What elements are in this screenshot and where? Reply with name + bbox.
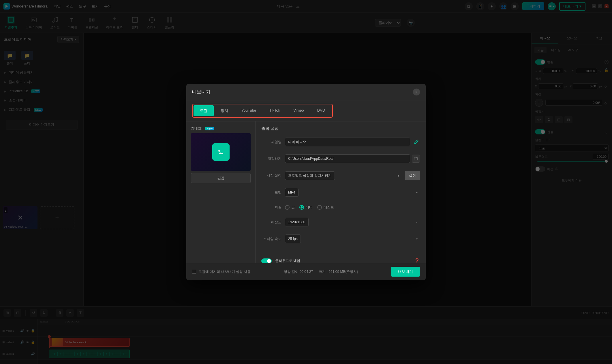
footer-left: 로컬에 마지막 내보내기 설정 사용 — [192, 269, 251, 274]
preset-arrow: ▾ — [398, 174, 399, 177]
last-settings-label: 로컬에 마지막 내보내기 설정 사용 — [198, 269, 251, 274]
resolution-row: 해상도 1920x1080 ▾ — [261, 218, 420, 226]
modal-header: 내보내기 × — [186, 84, 426, 100]
video-duration: 영상 길이:00:04:27 — [284, 269, 313, 274]
filename-input-wrapper — [285, 138, 420, 146]
modal-left: 썸네일: NEW — [186, 121, 256, 263]
cloud-backup-row: 클라우드로 백업 ❓ — [261, 258, 420, 263]
last-settings-checkbox[interactable] — [192, 270, 196, 274]
modal-overlay[interactable]: 내보내기 × 로컬 장치 YouTube TikTok Vimeo DVD 썸네… — [0, 0, 612, 364]
tab-local[interactable]: 로컬 — [194, 105, 214, 116]
thumbnail-text: 썸네일: — [191, 126, 202, 131]
radio-better-inner — [301, 206, 303, 209]
thumbnail-new-badge: NEW — [205, 127, 214, 130]
radio-best-outer — [317, 205, 322, 210]
framerate-row: 프레임 속도 25 fps ▾ — [261, 234, 420, 243]
filename-label: 파일명 — [261, 140, 281, 145]
format-select[interactable]: MP4 — [285, 188, 299, 197]
framerate-select-wrapper: 25 fps ▾ — [285, 234, 420, 243]
preset-label: 사전 설정 — [261, 173, 281, 178]
filename-row: 파일명 — [261, 138, 420, 146]
savepath-input[interactable] — [285, 154, 410, 163]
thumbnail-edit-btn[interactable]: 편집 — [191, 173, 251, 183]
resolution-select-wrapper: 1920x1080 ▾ — [285, 218, 420, 226]
ai-edit-icon[interactable] — [412, 138, 420, 146]
thumbnail-label: 썸네일: NEW — [191, 126, 251, 131]
radio-best-label: 베스트 — [324, 205, 334, 210]
svg-point-46 — [218, 150, 220, 152]
quality-label: 화질 — [261, 205, 281, 210]
modal-body: 썸네일: NEW — [186, 121, 426, 263]
quality-better[interactable]: 베터 — [299, 205, 313, 210]
preset-select-wrapper: 프로젝트 설정과 일치시키기 ▾ — [285, 171, 401, 180]
output-title: 출력 설정 — [261, 126, 420, 131]
quality-best[interactable]: 베스트 — [317, 205, 334, 210]
modal-right: 출력 설정 파일명 — [256, 121, 426, 263]
preset-settings-btn[interactable]: 설정 — [405, 171, 420, 180]
tab-vimeo[interactable]: Vimeo — [287, 105, 310, 116]
framerate-select[interactable]: 25 fps — [285, 234, 301, 243]
savepath-row: 저장하기 — [261, 154, 420, 163]
format-select-wrapper: MP4 ▾ — [285, 188, 420, 197]
quality-radio-group: 곳 베터 베스트 — [285, 205, 334, 210]
quality-row: 화질 곳 베터 — [261, 205, 420, 210]
format-label: 포맷 — [261, 190, 281, 195]
modal-close-button[interactable]: × — [413, 89, 420, 95]
thumb-content — [191, 133, 251, 171]
format-arrow: ▾ — [416, 191, 418, 194]
tabs-highlight-wrapper: 로컬 장치 YouTube TikTok Vimeo DVD — [192, 104, 333, 118]
filename-input[interactable] — [285, 138, 410, 146]
modal-tabs: 로컬 장치 YouTube TikTok Vimeo DVD — [186, 100, 426, 121]
resolution-select[interactable]: 1920x1080 — [285, 218, 309, 226]
thumb-icon-bg — [212, 143, 230, 161]
cloud-backup-knob — [267, 259, 271, 263]
thumbnail-section: 썸네일: NEW — [191, 126, 251, 183]
browse-folder-icon[interactable] — [412, 155, 420, 163]
radio-good-outer — [285, 205, 290, 210]
radio-better-label: 베터 — [306, 205, 313, 210]
resolution-arrow: ▾ — [416, 221, 418, 224]
modal-title: 내보내기 — [192, 89, 211, 95]
quality-good[interactable]: 곳 — [285, 205, 295, 210]
tab-device[interactable]: 장치 — [214, 105, 234, 116]
cloud-backup-help[interactable]: ❓ — [414, 258, 420, 263]
preset-row: 사전 설정 프로젝트 설정과 일치시키기 ▾ 설정 — [261, 171, 420, 180]
radio-better-outer — [299, 205, 304, 210]
resolution-label: 해상도 — [261, 220, 281, 225]
cloud-backup-label: 클라우드로 백업 — [275, 258, 411, 263]
radio-good-label: 곳 — [291, 205, 295, 210]
preset-select[interactable]: 프로젝트 설정과 일치시키기 — [285, 171, 335, 180]
video-size: 크기 : 261.09 MB(추정치) — [319, 269, 358, 274]
tab-dvd[interactable]: DVD — [311, 105, 331, 116]
savepath-label: 저장하기 — [261, 156, 281, 161]
tab-youtube[interactable]: YouTube — [235, 105, 262, 116]
savepath-input-wrapper — [285, 154, 420, 163]
export-modal: 내보내기 × 로컬 장치 YouTube TikTok Vimeo DVD 썸네… — [186, 84, 426, 280]
framerate-arrow: ▾ — [416, 237, 418, 241]
modal-footer: 로컬에 마지막 내보내기 설정 사용 영상 길이:00:04:27 크기 : 2… — [186, 263, 426, 280]
framerate-label: 프레임 속도 — [261, 237, 281, 241]
format-row: 포맷 MP4 ▾ — [261, 188, 420, 197]
footer-info: 영상 길이:00:04:27 크기 : 261.09 MB(추정치) — [284, 269, 358, 274]
tab-tiktok[interactable]: TikTok — [263, 105, 286, 116]
cloud-backup-toggle[interactable] — [261, 258, 272, 263]
export-action-button[interactable]: 내보내기 — [391, 267, 420, 277]
thumbnail-box — [191, 133, 251, 171]
